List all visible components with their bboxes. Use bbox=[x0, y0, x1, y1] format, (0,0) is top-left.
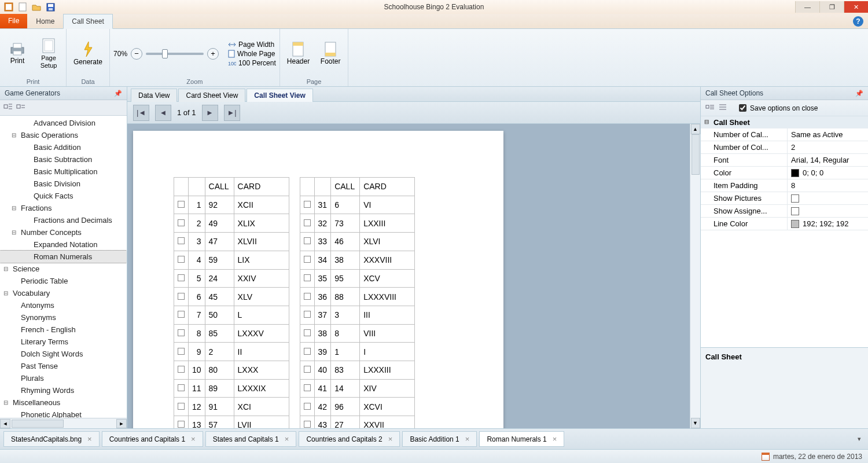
home-tab[interactable]: Home bbox=[27, 13, 63, 28]
tree-node[interactable]: Science bbox=[0, 263, 127, 275]
document-tab[interactable]: Roman Numerals 1× bbox=[479, 431, 564, 447]
tree-node[interactable]: Rhyming Words bbox=[0, 384, 127, 396]
row-checkbox[interactable] bbox=[304, 348, 311, 355]
row-checkbox[interactable] bbox=[304, 201, 311, 208]
zoom-in-button[interactable]: + bbox=[207, 48, 219, 60]
vscroll-thumb[interactable] bbox=[692, 134, 700, 175]
last-page-button[interactable]: ►| bbox=[224, 105, 240, 121]
zoom-slider-thumb[interactable] bbox=[162, 49, 168, 58]
file-tab[interactable]: File bbox=[0, 13, 27, 28]
tree-node[interactable]: Antonyms bbox=[0, 299, 127, 311]
row-checkbox[interactable] bbox=[178, 201, 185, 208]
row-checkbox[interactable] bbox=[178, 219, 185, 226]
tree-node[interactable]: Fractions bbox=[0, 202, 127, 214]
canvas[interactable]: CALLCARD192XCII249XLIX347XLVII459LIX524X… bbox=[127, 124, 690, 428]
row-checkbox[interactable] bbox=[178, 237, 185, 244]
scroll-left-icon[interactable]: ◄ bbox=[0, 419, 10, 428]
tree-node[interactable]: Synonyms bbox=[0, 311, 127, 324]
close-tab-icon[interactable]: × bbox=[285, 435, 289, 443]
first-page-button[interactable]: |◄ bbox=[133, 105, 149, 121]
prev-page-button[interactable]: ◄ bbox=[155, 105, 171, 121]
scroll-right-icon[interactable]: ► bbox=[116, 419, 127, 428]
close-tab-icon[interactable]: × bbox=[388, 435, 393, 443]
tree-node[interactable]: Basic Operations bbox=[0, 129, 127, 141]
property-row[interactable]: Show Assigne... bbox=[701, 205, 868, 218]
options-pin-icon[interactable]: 📌 bbox=[855, 90, 863, 97]
close-tab-icon[interactable]: × bbox=[465, 435, 470, 443]
zoom-whole-page[interactable]: Whole Page bbox=[228, 50, 276, 58]
footer-button[interactable]: Footer bbox=[317, 41, 344, 67]
row-checkbox[interactable] bbox=[178, 384, 185, 391]
tree-node[interactable]: Advanced Division bbox=[0, 117, 127, 129]
next-page-button[interactable]: ► bbox=[202, 105, 218, 121]
tree-node[interactable]: Basic Addition bbox=[0, 141, 127, 153]
property-grid[interactable]: Call SheetNumber of Cal...Same as Active… bbox=[701, 116, 868, 347]
row-checkbox[interactable] bbox=[304, 329, 311, 336]
property-row[interactable]: Item Padding8 bbox=[701, 179, 868, 192]
qat-save-icon[interactable] bbox=[45, 2, 56, 12]
property-row[interactable]: Number of Col...2 bbox=[701, 141, 868, 154]
tree-node[interactable]: Literary Terms bbox=[0, 336, 127, 348]
document-tab[interactable]: Countries and Capitals 1× bbox=[102, 431, 203, 447]
close-tab-icon[interactable]: × bbox=[553, 435, 557, 443]
row-checkbox[interactable] bbox=[178, 256, 185, 263]
property-checkbox[interactable] bbox=[791, 207, 799, 215]
row-checkbox[interactable] bbox=[178, 403, 185, 410]
pin-icon[interactable]: 📌 bbox=[114, 90, 122, 97]
print-button[interactable]: Print bbox=[3, 41, 31, 66]
tree-node[interactable]: Roman Numerals bbox=[0, 251, 127, 263]
generators-tree[interactable]: Advanced DivisionBasic OperationsBasic A… bbox=[0, 116, 127, 418]
property-row[interactable]: Number of Cal...Same as Active bbox=[701, 128, 868, 141]
tree-node[interactable]: Quick Facts bbox=[0, 190, 127, 202]
generate-button[interactable]: Generate bbox=[70, 40, 106, 67]
property-row[interactable]: Color0; 0; 0 bbox=[701, 167, 868, 179]
scroll-down-icon[interactable]: ▼ bbox=[691, 418, 700, 428]
row-checkbox[interactable] bbox=[178, 311, 185, 318]
property-category[interactable]: Call Sheet bbox=[701, 116, 868, 128]
tree-node[interactable]: Plurals bbox=[0, 372, 127, 384]
scroll-thumb[interactable] bbox=[12, 420, 64, 428]
row-checkbox[interactable] bbox=[304, 403, 311, 410]
document-tab[interactable]: Countries and Capitals 2× bbox=[299, 431, 400, 447]
close-button[interactable]: ✕ bbox=[844, 1, 868, 13]
tree-node[interactable]: Past Tense bbox=[0, 360, 127, 372]
categorize-icon[interactable] bbox=[705, 103, 715, 113]
property-row[interactable]: Show Pictures bbox=[701, 192, 868, 205]
canvas-vertical-scrollbar[interactable]: ▲ ▼ bbox=[690, 124, 700, 428]
tab-data-view[interactable]: Data View bbox=[131, 89, 177, 102]
row-checkbox[interactable] bbox=[304, 366, 311, 373]
tree-node[interactable]: Basic Multiplication bbox=[0, 166, 127, 178]
row-checkbox[interactable] bbox=[178, 329, 185, 336]
property-row[interactable]: FontArial, 14, Regular bbox=[701, 154, 868, 167]
document-tab[interactable]: StatesAndCapitals.bng× bbox=[3, 431, 100, 447]
tree-node[interactable]: Fractions and Decimals bbox=[0, 214, 127, 226]
zoom-slider[interactable] bbox=[146, 53, 204, 55]
row-checkbox[interactable] bbox=[178, 293, 185, 300]
help-icon[interactable]: ? bbox=[853, 16, 863, 27]
minimize-button[interactable]: — bbox=[795, 1, 819, 13]
row-checkbox[interactable] bbox=[178, 274, 185, 281]
collapse-all-icon[interactable] bbox=[16, 102, 25, 113]
qat-new-icon[interactable] bbox=[17, 2, 28, 12]
row-checkbox[interactable] bbox=[304, 256, 311, 263]
row-checkbox[interactable] bbox=[304, 384, 311, 391]
save-options-checkbox[interactable] bbox=[739, 104, 746, 112]
alphabetize-icon[interactable] bbox=[718, 103, 727, 113]
row-checkbox[interactable] bbox=[178, 421, 185, 428]
tree-node[interactable]: Vocabulary bbox=[0, 287, 127, 299]
row-checkbox[interactable] bbox=[304, 219, 311, 226]
zoom-100-percent[interactable]: 100100 Percent bbox=[228, 59, 276, 67]
row-checkbox[interactable] bbox=[304, 274, 311, 281]
zoom-out-button[interactable]: − bbox=[131, 48, 142, 60]
document-tab[interactable]: States and Capitals 1× bbox=[205, 431, 297, 447]
tree-node[interactable]: Basic Subtraction bbox=[0, 153, 127, 166]
tree-node[interactable]: Basic Division bbox=[0, 178, 127, 190]
document-tab[interactable]: Basic Addition 1× bbox=[402, 431, 477, 447]
zoom-page-width[interactable]: Page Width bbox=[228, 41, 276, 49]
property-checkbox[interactable] bbox=[791, 194, 799, 203]
tabs-overflow-icon[interactable]: ▾ bbox=[854, 435, 865, 443]
tree-node[interactable]: Dolch Sight Words bbox=[0, 348, 127, 360]
callsheet-tab[interactable]: Call Sheet bbox=[63, 14, 112, 29]
row-checkbox[interactable] bbox=[178, 348, 185, 355]
property-row[interactable]: Line Color192; 192; 192 bbox=[701, 218, 868, 230]
